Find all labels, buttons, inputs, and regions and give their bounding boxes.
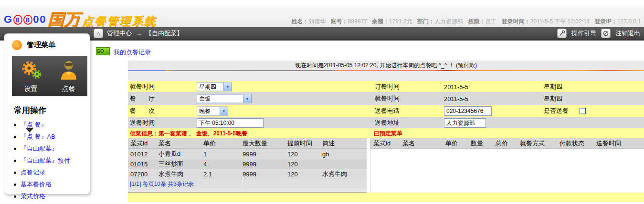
dish-menu-table-footer	[128, 188, 367, 193]
form-row-restaurant: 餐 厅 盒饭 ▼ 就餐时间 2011-5-5 星期四	[128, 92, 644, 105]
shortcut-settings-label: 设置	[24, 85, 38, 93]
shortcut-order-label: 点餐	[62, 85, 75, 93]
order-icon	[58, 60, 79, 83]
form-row-delivery-time: 送餐时间 下午 05:10:00 送餐地址 人力资源部	[128, 117, 644, 128]
dining-time-weekday: 星期四	[544, 94, 562, 103]
breadcrumb-root[interactable]: 管理中心	[107, 29, 132, 38]
col-dish-id: 菜式id	[130, 139, 148, 148]
logout-button[interactable]: 注销退出	[615, 29, 640, 38]
sidebar-item-free-combo[interactable]: 『自由配菜』	[14, 144, 90, 153]
breadcrumb-current: 【自由配菜】	[146, 29, 183, 38]
table-row[interactable]: 01015 三丝炒面 4 9999 120	[128, 159, 367, 169]
logout-icon[interactable]	[601, 29, 611, 38]
bullet-icon	[14, 195, 16, 198]
shortcut-pointer-triangle	[25, 128, 34, 133]
sidebar-panel: → 管理菜单 设置	[4, 33, 90, 194]
form-row-meal-week: 就餐时间 星期四 ▼ 订餐时间 2011-5-5 星期四	[128, 81, 644, 92]
col-dining-mode: 就餐方式	[520, 139, 545, 148]
meal-session-label: 餐 次	[130, 107, 155, 115]
user-name-label: 姓名：	[291, 18, 308, 25]
is-delivery-label: 是否送餐	[544, 107, 569, 115]
reserved-menu-table: 菜式id 菜名 单价 数量 总价 就餐方式 付款状态 送餐时间	[370, 138, 644, 193]
table-row[interactable]: 07200 水煮牛肉 2.1 9999 120 水煮牛肉	[128, 169, 367, 179]
col-unit-price: 单价	[445, 139, 458, 148]
col-payment-status: 付款状态	[560, 139, 584, 148]
food-order-app: G 8 8 00 国万 点餐管理系统 姓名：刘德华 账号：889977 余额：1…	[0, 0, 644, 204]
breadcrumb-arrow-icon: →	[136, 30, 142, 37]
sidebar-item-free-combo-prepaid[interactable]: 『自由配菜』预付	[14, 156, 90, 165]
top-header-band: G 8 8 00 国万 点餐管理系统 姓名：刘德华 账号：889977 余额：1…	[0, 6, 644, 27]
go-button[interactable]: GO→	[96, 47, 110, 55]
sidebar-item-order-ab[interactable]: 『点 餐』AB	[14, 133, 90, 141]
meal-session-select[interactable]: 晚餐 ▼	[197, 107, 228, 116]
bullet-icon	[14, 136, 16, 138]
pagination-text[interactable]: [1/1] 每页10条 共3条记录	[130, 180, 194, 188]
is-delivery-checkbox[interactable]	[580, 108, 586, 114]
pagination-row: [1/1] 每页10条 共3条记录	[128, 179, 367, 188]
my-records-link[interactable]: 我的点餐记录	[114, 48, 151, 57]
col-delivery-time: 送餐时间	[596, 139, 621, 148]
delivery-time-input[interactable]: 下午 05:10:00	[197, 118, 264, 128]
user-role-label: 权限：	[468, 18, 485, 25]
col-dish-name: 菜名	[158, 139, 171, 148]
settings-icon	[19, 60, 43, 83]
user-login-time-value: 2011-5-5 下午 12:02:14	[530, 18, 590, 25]
logo-ring-digit-2: 8	[23, 15, 32, 25]
col-dish-id: 菜式id	[373, 139, 391, 148]
supply-info-text: 供菜信息：第一套菜谱 、 盒饭、2011-5-5晚餐	[130, 129, 247, 137]
menu-arrow-icon: →	[12, 40, 22, 50]
user-login-time-label: 登录时间：	[502, 18, 530, 25]
bottom-yellow-bar	[128, 193, 644, 202]
dropdown-arrow-icon: ▼	[243, 94, 251, 102]
logo-letter: G	[4, 13, 13, 26]
user-balance-value: 1791.2元	[389, 18, 412, 25]
user-dept-label: 部门：	[417, 18, 434, 25]
restaurant-select[interactable]: 盒饭 ▼	[197, 94, 252, 103]
order-time-value: 2011-5-5	[444, 83, 468, 90]
breadcrumb-toolbar: ⌂ 管理中心 → 【自由配菜】 操作引导 注销退出	[0, 27, 644, 41]
reserved-menu-empty-body	[370, 149, 644, 193]
home-icon[interactable]: ⌂	[94, 29, 103, 38]
tables-area: 菜式id 菜名 单价 最大数量 提前时间 简述 01012 小青瓜d 1 999…	[128, 138, 644, 188]
dining-time-label: 就餐时间	[375, 94, 400, 103]
user-ip-value: 127.0.0.1	[617, 18, 641, 25]
weekday-select[interactable]: 星期四 ▼	[197, 82, 232, 91]
delivery-address-input[interactable]: 人力资源部	[444, 118, 486, 128]
user-info-bar: 姓名：刘德华 账号：889977 余额：1791.2元 部门：人力资源部 权限：…	[288, 18, 641, 26]
brand-rest-text: 点餐管理系统	[82, 15, 157, 27]
sidebar-title: 管理菜单	[27, 41, 55, 50]
brand-main-text: 国万	[48, 10, 80, 28]
sidebar-item-basic-meal-price[interactable]: 基本餐价格	[14, 180, 90, 189]
col-qty: 数量	[471, 139, 483, 148]
shortcut-order[interactable]: 点餐	[50, 56, 87, 96]
bullet-icon	[14, 184, 16, 186]
user-dept-value: 人力资源部	[434, 18, 463, 25]
form-row-meal-session: 餐 次 晚餐 ▼ 送餐电话 020-12345676 是否送餐	[128, 105, 644, 117]
shortcut-settings[interactable]: 设置	[12, 56, 50, 96]
bullet-icon	[14, 172, 16, 174]
main-content: 现在时间是2011-05-05 12:02:20, 开始进行本周的点餐吧 ^_^…	[128, 61, 644, 202]
dropdown-arrow-icon: ▼	[220, 107, 228, 115]
notice-bar: 现在时间是2011-05-05 12:02:20, 开始进行本周的点餐吧 ^_^…	[128, 61, 644, 70]
sidebar-item-order-records[interactable]: 点餐记录	[14, 168, 90, 177]
guide-icon[interactable]	[557, 29, 567, 38]
col-brief: 简述	[322, 139, 335, 148]
col-total-price: 总价	[496, 139, 508, 148]
reserved-menu-header: 菜式id 菜名 单价 数量 总价 就餐方式 付款状态 送餐时间	[370, 138, 644, 149]
toolbar-right-actions: 操作引导 注销退出	[557, 27, 640, 40]
table-row[interactable]: 01012 小青瓜d 1 9999 120 gh	[128, 149, 367, 159]
dish-menu-header: 菜式id 菜名 单价 最大数量 提前时间 简述	[128, 138, 367, 149]
sidebar-shortcut-box: 设置 点餐	[12, 56, 87, 96]
sidebar-item-dish-price[interactable]: 菜式价格	[14, 192, 90, 201]
delivery-phone-input[interactable]: 020-12345676	[444, 106, 492, 116]
bullet-icon	[14, 148, 16, 150]
meal-time-label: 就餐时间	[130, 82, 155, 91]
user-role-value: 员工	[485, 18, 496, 25]
restaurant-label: 餐 厅	[130, 94, 155, 103]
guide-button[interactable]: 操作引导	[571, 29, 596, 38]
col-lead-time: 提前时间	[287, 139, 312, 148]
logo-code: G 8 8 00	[4, 13, 47, 26]
sidebar-header: → 管理菜单	[4, 34, 90, 50]
reserved-menu-title: 已预定菜单	[374, 129, 402, 137]
col-unit-price: 单价	[203, 139, 216, 148]
